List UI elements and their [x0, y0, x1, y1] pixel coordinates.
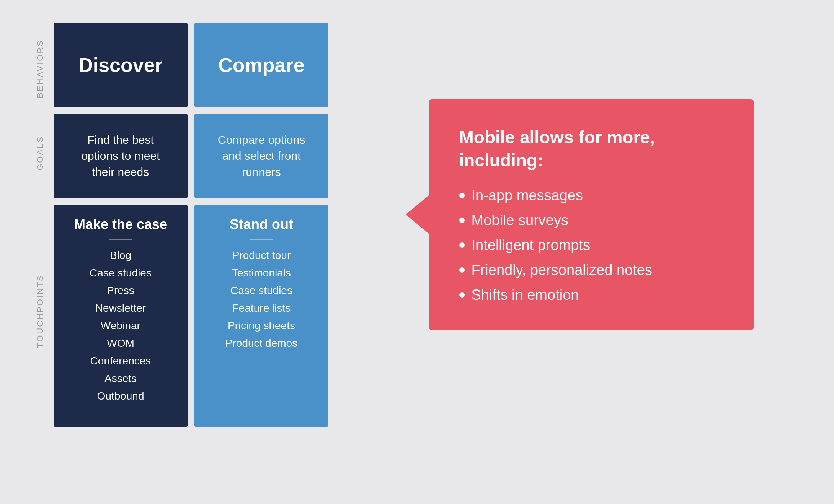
list-item: Press [61, 285, 180, 297]
callout-item-text: In-app messages [472, 187, 583, 204]
callout-item-2: Mobile surveys [459, 212, 723, 229]
discover-goal-text: Find the best options to meet their need… [69, 132, 172, 180]
bullet-icon [459, 267, 465, 273]
list-item: Product tour [202, 249, 321, 262]
goals-label: Goals [35, 136, 45, 171]
discover-column: Discover Find the best options to meet t… [54, 23, 188, 427]
behaviors-label: Behaviors [35, 39, 45, 98]
bullet-icon [459, 193, 465, 198]
list-item: Feature lists [202, 302, 321, 314]
compare-title: Compare [218, 54, 304, 76]
bullet-icon [459, 292, 465, 298]
compare-touchpoints-cell: Stand out Product tour Testimonials Case… [194, 205, 328, 427]
row-label-touchpoints: Touchpoints [31, 195, 50, 427]
bullet-icon [459, 218, 465, 223]
row-labels: Behaviors Goals Touchpoints [31, 23, 54, 427]
callout-list: In-app messages Mobile surveys Intellige… [459, 187, 723, 303]
callout-item-text: Intelligent prompts [472, 237, 591, 254]
list-item: Outbound [61, 390, 180, 402]
list-item: Blog [61, 249, 180, 262]
callout-box: Mobile allows for more, including: In-ap… [429, 99, 754, 330]
callout-item-text: Mobile surveys [472, 212, 568, 229]
callout-title: Mobile allows for more, including: [459, 126, 723, 172]
stand-out-title: Stand out [230, 216, 293, 232]
compare-goal-text: Compare options and select front runners [210, 132, 313, 180]
callout-item-text: Shifts in emotion [472, 287, 579, 303]
list-item: Pricing sheets [202, 320, 321, 332]
compare-header-cell: Compare [194, 23, 328, 107]
compare-goal-cell: Compare options and select front runners [194, 114, 328, 198]
list-item: Newsletter [61, 302, 180, 314]
list-item: Conferences [61, 355, 180, 367]
discover-touchpoints-cell: Make the case Blog Case studies Press Ne… [54, 205, 188, 427]
list-item: Assets [61, 372, 180, 385]
list-item: Webinar [61, 320, 180, 332]
discover-title: Discover [78, 54, 163, 76]
list-item: WOM [61, 337, 180, 350]
callout-item-5: Shifts in emotion [459, 287, 723, 303]
compare-column: Compare Compare options and select front… [194, 23, 328, 427]
grid-section: Discover Find the best options to meet t… [54, 23, 328, 427]
compare-touchpoints-list: Product tour Testimonials Case studies F… [202, 249, 321, 350]
divider-2 [250, 239, 273, 240]
row-label-behaviors: Behaviors [31, 27, 50, 111]
discover-header-cell: Discover [54, 23, 188, 107]
callout-item-text: Friendly, personalized notes [472, 262, 652, 278]
row-label-goals: Goals [31, 111, 50, 195]
callout-item-1: In-app messages [459, 187, 723, 204]
discover-goal-cell: Find the best options to meet their need… [54, 114, 188, 198]
callout-item-4: Friendly, personalized notes [459, 262, 723, 278]
callout-item-3: Intelligent prompts [459, 237, 723, 254]
touchpoints-label: Touchpoints [35, 274, 45, 348]
callout-section: Mobile allows for more, including: In-ap… [406, 23, 804, 330]
list-item: Case studies [202, 285, 321, 297]
list-item: Product demos [202, 337, 321, 350]
discover-touchpoints-list: Blog Case studies Press Newsletter Webin… [61, 249, 180, 402]
divider-1 [109, 239, 132, 240]
list-item: Testimonials [202, 267, 321, 279]
main-container: Behaviors Goals Touchpoints Discover Fin… [0, 0, 834, 504]
bullet-icon [459, 242, 465, 248]
left-section: Behaviors Goals Touchpoints Discover Fin… [31, 23, 406, 427]
make-the-case-title: Make the case [74, 216, 167, 232]
list-item: Case studies [61, 267, 180, 279]
